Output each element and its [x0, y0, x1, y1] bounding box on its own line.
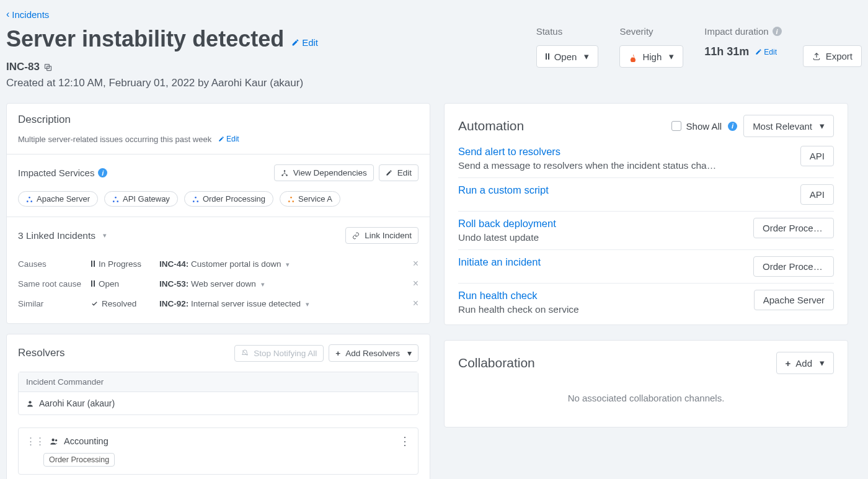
add-collaboration-button[interactable]: + Add ▾ [776, 352, 834, 374]
info-icon[interactable]: i [773, 27, 782, 36]
automation-name[interactable]: Run health check [458, 290, 745, 302]
plus-icon: + [335, 349, 340, 358]
link-incident-button[interactable]: Link Incident [345, 227, 418, 244]
automation-sub: Run health check on service [458, 304, 719, 313]
created-line: Created at 12:10 AM, February 01, 2022 b… [6, 77, 521, 89]
automation-sort-select[interactable]: Most Relevant ▾ [743, 115, 834, 137]
check-icon [91, 299, 98, 308]
caret-down-icon: ▾ [669, 51, 674, 62]
status-select[interactable]: Open ▾ [536, 45, 599, 68]
automation-badge[interactable]: Order Processing [753, 218, 834, 238]
card-automation: Automation Show All i Most Relevant ▾ [444, 103, 848, 325]
hierarchy-icon [281, 169, 288, 177]
linked-relation: Similar [18, 299, 85, 308]
svg-point-9 [113, 200, 115, 202]
user-icon [26, 400, 34, 408]
edit-impacted-button[interactable]: Edit [379, 164, 418, 181]
role-person-row[interactable]: Aarohi Kaur (akaur) [19, 392, 418, 414]
edit-title-label: Edit [302, 37, 318, 48]
collaboration-empty: No associated collaboration channels. [458, 374, 834, 416]
automation-item: Roll back deployment Undo latest update … [458, 212, 834, 250]
svg-point-16 [292, 200, 294, 202]
linked-status: Resolved [91, 299, 153, 308]
meta-impact-label: Impact duration i [704, 26, 781, 37]
kebab-icon[interactable]: ⋮ [399, 434, 410, 448]
service-tag[interactable]: API Gateway [104, 191, 178, 207]
caret-down-icon: ▾ [820, 120, 825, 132]
service-tag[interactable]: Apache Server [18, 191, 98, 207]
remove-linked-icon[interactable]: × [409, 258, 418, 269]
collaboration-heading: Collaboration [458, 356, 535, 370]
role-incident-commander: Incident Commander Aarohi Kaur (akaur) [18, 372, 418, 415]
automation-badge[interactable]: Order Processing [753, 256, 834, 277]
service-tag[interactable]: Order Processing [184, 191, 273, 207]
remove-linked-icon[interactable]: × [409, 298, 418, 309]
service-name: Apache Server [37, 194, 90, 204]
svg-point-19 [55, 439, 57, 441]
group-tag[interactable]: Order Processing [43, 453, 115, 467]
severity-select[interactable]: High ▾ [619, 45, 683, 68]
resolver-group: ⋮⋮ Accounting ⋮ Order Processing [18, 428, 418, 475]
impact-duration: 11h 31m [704, 45, 749, 58]
svg-point-15 [288, 200, 290, 202]
show-all-checkbox[interactable]: Show All [671, 121, 722, 132]
chevron-down-icon: ▾ [286, 261, 290, 268]
edit-title[interactable]: Edit [291, 37, 318, 48]
meta-panel: Status Open ▾ Severity High ▾ [536, 26, 862, 68]
card-resolvers: Resolvers Stop Notifying All + Add Resol… [6, 334, 430, 479]
remove-linked-icon[interactable]: × [409, 278, 418, 289]
service-name: API Gateway [123, 194, 170, 204]
linked-ref[interactable]: INC-53: Web server down ▾ [159, 279, 402, 289]
info-icon[interactable]: i [728, 122, 737, 131]
pause-icon [91, 279, 95, 289]
linked-incident-row: Causes In Progress INC-44: Customer port… [18, 254, 418, 274]
edit-impact[interactable]: Edit [755, 48, 777, 56]
export-button[interactable]: Export [803, 45, 862, 67]
service-name: Order Processing [203, 194, 265, 204]
automation-list[interactable]: Send alert to resolvers Send a message t… [458, 146, 834, 313]
svg-point-2 [283, 170, 285, 172]
pause-icon [91, 259, 95, 269]
breadcrumb[interactable]: ‹ Incidents [6, 7, 49, 26]
linked-status: In Progress [91, 259, 153, 269]
svg-point-6 [27, 200, 29, 202]
linked-status: Open [91, 279, 153, 289]
automation-name[interactable]: Send alert to resolvers [458, 146, 792, 158]
status-value: Open [554, 51, 577, 62]
bell-off-icon [241, 349, 249, 357]
automation-name[interactable]: Run a custom script [458, 184, 792, 196]
svg-point-12 [193, 200, 195, 202]
service-name: Service A [298, 194, 332, 204]
pencil-icon [218, 136, 224, 142]
checkbox-icon [671, 121, 681, 131]
view-dependencies-button[interactable]: View Dependencies [274, 164, 374, 181]
users-icon [50, 437, 59, 446]
export-label: Export [826, 51, 852, 61]
meta-status-label: Status [536, 26, 599, 37]
linked-ref[interactable]: INC-92: Internal server issue detected ▾ [159, 299, 402, 308]
automation-item: Initiate an incident Order Processing [458, 250, 834, 284]
automation-name[interactable]: Roll back deployment [458, 218, 745, 230]
edit-description[interactable]: Edit [218, 135, 239, 143]
automation-badge[interactable]: Apache Server [754, 290, 834, 310]
severity-value: High [642, 51, 662, 62]
chevron-left-icon: ‹ [6, 9, 9, 20]
hierarchy-icon [192, 194, 199, 204]
stop-notifying-button[interactable]: Stop Notifying All [234, 345, 324, 362]
chevron-down-icon: ▾ [306, 300, 309, 308]
linked-heading-toggle[interactable]: 3 Linked Incidents ▾ [18, 230, 107, 241]
service-tag[interactable]: Service A [280, 191, 340, 207]
automation-name[interactable]: Initiate an incident [458, 256, 745, 268]
linked-ref[interactable]: INC-44: Customer portal is down ▾ [159, 259, 402, 269]
automation-badge[interactable]: API [800, 184, 834, 205]
info-icon[interactable]: i [98, 168, 107, 177]
svg-point-8 [115, 197, 117, 199]
drag-handle-icon[interactable]: ⋮⋮ [26, 436, 45, 446]
svg-point-5 [29, 197, 30, 199]
pause-icon [546, 53, 549, 60]
automation-badge[interactable]: API [800, 146, 834, 166]
group-name[interactable]: Accounting [64, 436, 108, 446]
card-description-impacted-linked: Description Multiple server-related issu… [6, 103, 430, 324]
add-resolvers-button[interactable]: + Add Resolvers ▾ [329, 344, 418, 362]
copy-icon[interactable] [43, 63, 53, 72]
